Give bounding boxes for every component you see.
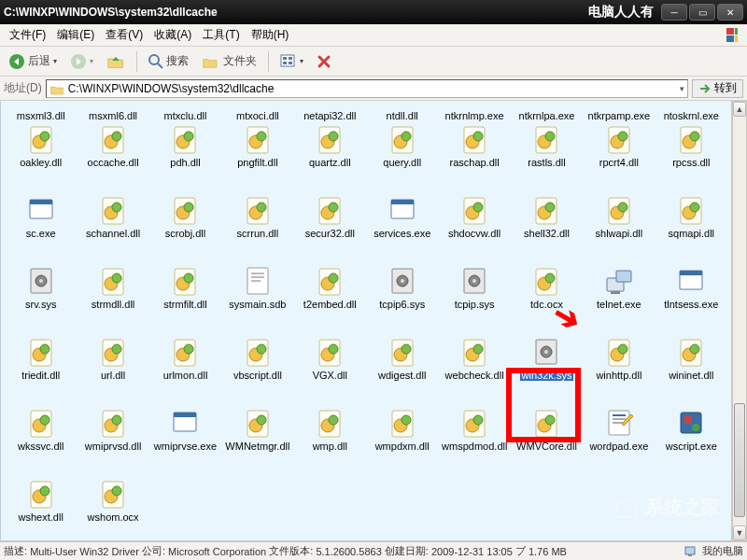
vertical-scrollbar[interactable]: ▲ ▼	[732, 101, 747, 541]
file-item[interactable]: strmdll.dll	[77, 263, 148, 334]
file-item[interactable]: wmspdmod.dll	[438, 405, 510, 476]
file-item[interactable]: msxml6.dll	[77, 103, 148, 121]
scroll-down-button[interactable]: ▼	[733, 525, 746, 540]
file-item[interactable]: sqmapi.dll	[655, 192, 727, 263]
file-item[interactable]: raschap.dll	[438, 121, 510, 192]
file-item[interactable]: tcpip.sys	[438, 263, 510, 334]
file-item[interactable]: wkssvc.dll	[5, 405, 77, 476]
file-item[interactable]: tcpip6.sys	[366, 263, 438, 334]
close-button[interactable]: ✕	[717, 4, 743, 21]
file-item[interactable]: WMVCore.dll	[511, 405, 583, 476]
file-item[interactable]: schannel.dll	[77, 192, 148, 263]
file-item[interactable]: ntkrnlpa.exe	[511, 103, 583, 121]
file-item[interactable]: mtxoci.dll	[221, 103, 293, 121]
file-item[interactable]: rpcrt4.dll	[583, 121, 655, 192]
file-item[interactable]: wininet.dll	[655, 334, 727, 405]
delete-button[interactable]	[312, 51, 336, 72]
file-label: wmspdmod.dll	[440, 441, 509, 452]
file-item[interactable]: wmpdxm.dll	[366, 405, 438, 476]
file-item[interactable]: shell32.dll	[511, 192, 583, 263]
file-label: strmdll.dll	[90, 299, 136, 310]
file-item[interactable]: sc.exe	[5, 192, 77, 263]
file-item[interactable]: ntkrnlmp.exe	[438, 103, 510, 121]
dll-icon	[458, 407, 490, 439]
file-label: wkssvc.dll	[16, 441, 66, 452]
file-item[interactable]: oakley.dll	[5, 121, 77, 192]
file-item[interactable]: tlntsess.exe	[655, 263, 727, 334]
file-item[interactable]: shlwapi.dll	[583, 192, 655, 263]
file-item[interactable]: srv.sys	[5, 263, 77, 334]
dll-icon	[25, 407, 57, 439]
file-item[interactable]: wshom.ocx	[77, 476, 148, 541]
file-item[interactable]: wshext.dll	[5, 476, 77, 541]
file-item[interactable]: query.dll	[366, 121, 438, 192]
file-item[interactable]: sysmain.sdb	[221, 263, 293, 334]
file-item[interactable]: wdigest.dll	[366, 334, 438, 405]
file-item[interactable]: vbscript.dll	[221, 334, 293, 405]
chevron-down-icon[interactable]: ▾	[680, 84, 684, 93]
file-item[interactable]: wmp.dll	[294, 405, 366, 476]
file-item[interactable]: wordpad.exe	[583, 405, 655, 476]
file-item[interactable]: mtxclu.dll	[149, 103, 221, 121]
file-item[interactable]: secur32.dll	[294, 192, 366, 263]
minimize-button[interactable]: ─	[661, 4, 687, 21]
dll-icon	[97, 407, 129, 439]
file-item[interactable]: msxml3.dll	[5, 103, 77, 121]
scroll-track[interactable]	[733, 117, 746, 525]
file-item[interactable]: winhttp.dll	[583, 334, 655, 405]
file-item[interactable]: ntkrpamp.exe	[583, 103, 655, 121]
file-item[interactable]: occache.dll	[77, 121, 148, 192]
scroll-thumb[interactable]	[734, 403, 745, 518]
back-button[interactable]: 后退 ▾	[4, 50, 62, 73]
go-button[interactable]: 转到	[692, 79, 743, 98]
up-button[interactable]	[102, 50, 130, 73]
file-item[interactable]: t2embed.dll	[294, 263, 366, 334]
address-input[interactable]: C:\WINXP\WINDOWS\system32\dllcache ▾	[46, 79, 688, 98]
file-item[interactable]: scrrun.dll	[221, 192, 293, 263]
file-item[interactable]: ntdll.dll	[366, 103, 438, 121]
scroll-up-button[interactable]: ▲	[733, 102, 746, 117]
forward-button[interactable]: ▾	[65, 50, 98, 73]
file-item[interactable]: quartz.dll	[294, 121, 366, 192]
file-label: tdc.ocx	[529, 299, 565, 310]
file-label: wdigest.dll	[376, 370, 428, 381]
file-item[interactable]: pdh.dll	[149, 121, 221, 192]
file-label: ntkrnlpa.exe	[517, 110, 577, 121]
file-item[interactable]: pngfilt.dll	[221, 121, 293, 192]
menu-help[interactable]: 帮助(H)	[246, 25, 295, 45]
file-item[interactable]: triedit.dll	[5, 334, 77, 405]
menu-tools[interactable]: 工具(T)	[197, 25, 245, 45]
file-item[interactable]: services.exe	[366, 192, 438, 263]
file-item[interactable]: webcheck.dll	[438, 334, 510, 405]
file-item[interactable]: scrobj.dll	[149, 192, 221, 263]
maximize-button[interactable]: ▭	[689, 4, 715, 21]
file-item[interactable]: win32k.sys	[511, 334, 583, 405]
file-item[interactable]: wscript.exe	[655, 405, 727, 476]
file-item[interactable]: wmiprvse.exe	[149, 405, 221, 476]
file-item[interactable]: tdc.ocx	[511, 263, 583, 334]
search-button[interactable]: 搜索	[144, 50, 193, 72]
mycomputer-icon	[684, 545, 698, 558]
file-item[interactable]: telnet.exe	[583, 263, 655, 334]
folders-icon	[202, 54, 220, 69]
dll-icon	[314, 265, 345, 297]
file-item[interactable]: WMNetmgr.dll	[221, 405, 293, 476]
file-item[interactable]: VGX.dll	[294, 334, 366, 405]
folders-button[interactable]: 文件夹	[197, 50, 261, 72]
file-item[interactable]: url.dll	[77, 334, 148, 405]
menu-favorites[interactable]: 收藏(A)	[148, 25, 197, 45]
file-item[interactable]: strmfilt.dll	[149, 263, 221, 334]
menu-file[interactable]: 文件(F)	[4, 25, 51, 45]
file-item[interactable]: ntoskrnl.exe	[655, 103, 727, 121]
file-pane[interactable]: msxml3.dllmsxml6.dllmtxclu.dllmtxoci.dll…	[0, 101, 732, 541]
file-item[interactable]: rastls.dll	[511, 121, 583, 192]
menu-edit[interactable]: 编辑(E)	[51, 25, 100, 45]
file-item[interactable]: urlmon.dll	[149, 334, 221, 405]
menu-view[interactable]: 查看(V)	[100, 25, 148, 45]
file-label: tcpip.sys	[453, 299, 497, 310]
file-item[interactable]: wmiprvsd.dll	[77, 405, 148, 476]
file-item[interactable]: rpcss.dll	[655, 121, 727, 192]
views-button[interactable]: ▾	[275, 51, 308, 72]
file-item[interactable]: netapi32.dll	[294, 103, 366, 121]
file-item[interactable]: shdocvw.dll	[438, 192, 510, 263]
